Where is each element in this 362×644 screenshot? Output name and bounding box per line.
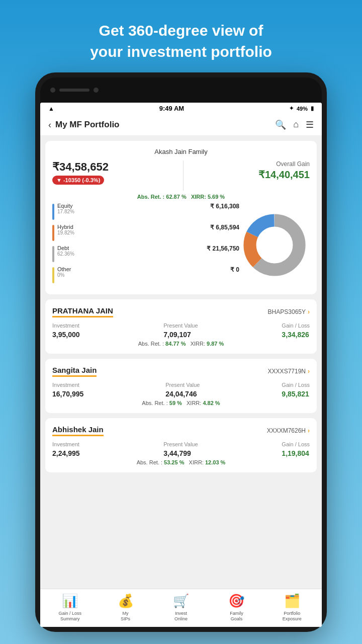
person-pan[interactable]: BHAPS3065Y › xyxy=(268,308,310,315)
present-value-col: Present Value 3,44,799 xyxy=(163,441,198,457)
battery-icon: ▮ xyxy=(311,105,314,112)
legend-item-equity: Equity 17.82% ₹ 6,16,308 xyxy=(52,203,239,220)
bottom-nav-icon-gain-loss: 📊 xyxy=(62,593,78,609)
phone-screen: ▲ 9:49 AM ✦ 49% ▮ ‹ My MF Portfolio 🔍 ⌂ … xyxy=(40,103,322,627)
legend-color xyxy=(52,267,54,283)
gain-loss-col: Gain / Loss 3,34,826 xyxy=(282,323,310,339)
legend-amount: ₹ 0 xyxy=(226,266,239,273)
person-pan[interactable]: XXXXS7719N › xyxy=(268,368,310,375)
legend-color xyxy=(52,246,54,262)
gain-loss-col: Gain / Loss 9,85,821 xyxy=(282,382,310,398)
phone-frame: ▲ 9:49 AM ✦ 49% ▮ ‹ My MF Portfolio 🔍 ⌂ … xyxy=(35,72,327,632)
present-value-col: Present Value 7,09,107 xyxy=(163,323,198,339)
person-name: PRATHANA JAIN xyxy=(52,306,113,317)
portfolio-donut xyxy=(239,210,310,280)
legend-color xyxy=(52,225,54,241)
svg-point-3 xyxy=(259,229,290,261)
person-metrics: Investment 2,24,995 Present Value 3,44,7… xyxy=(52,441,310,457)
main-content: Akash Jain Family ₹34,58,652 ▼ -10350 (-… xyxy=(40,136,322,589)
bottom-nav-label-my-sips: MySIPs xyxy=(121,611,130,622)
nav-bar: ‹ My MF Portfolio 🔍 ⌂ ☰ xyxy=(40,114,322,136)
bottom-nav-family[interactable]: 🎯 FamilyGoals xyxy=(209,593,264,622)
person-name: Abhishek Jain xyxy=(52,425,104,436)
person-returns: Abs. Ret. : 53.25 % XIRR: 12.03 % xyxy=(52,459,310,465)
headline-line2: your investment portfolio xyxy=(90,43,272,60)
menu-icon[interactable]: ☰ xyxy=(306,119,314,130)
legend-amount: ₹ 6,85,594 xyxy=(206,224,239,231)
investment-col: Investment 3,95,000 xyxy=(52,323,80,339)
bottom-nav-icon-portfolio: 🗂️ xyxy=(284,593,300,609)
page-title: My MF Portfolio xyxy=(55,120,119,130)
bottom-nav-my-sips[interactable]: 💰 MySIPs xyxy=(98,593,153,622)
portfolio-legend: Equity 17.82% ₹ 6,16,308 Hybrid 19.82% ₹… xyxy=(52,203,239,287)
person-name: Sangita Jain xyxy=(52,366,97,377)
bottom-nav: 📊 Gain / LossSummary 💰 MySIPs 🛒 InvestOn… xyxy=(40,589,322,627)
header-headline: Get 360-degree view of your investment p… xyxy=(70,0,292,72)
portfolio-card: Akash Jain Family ₹34,58,652 ▼ -10350 (-… xyxy=(45,141,317,294)
person-metrics: Investment 16,70,995 Present Value 24,04… xyxy=(52,382,310,398)
bottom-nav-icon-invest: 🛒 xyxy=(173,593,189,609)
person-metrics: Investment 3,95,000 Present Value 7,09,1… xyxy=(52,323,310,339)
bottom-nav-label-invest: InvestOnline xyxy=(174,611,188,622)
bottom-nav-icon-family: 🎯 xyxy=(228,593,244,609)
bottom-nav-label-gain-loss: Gain / LossSummary xyxy=(58,611,81,622)
phone-notch xyxy=(40,77,322,103)
portfolio-returns: Abs. Ret. : 62.87 % XIRR: 5.69 % xyxy=(52,194,310,200)
bottom-nav-portfolio[interactable]: 🗂️ PortfolioExposure xyxy=(264,593,320,622)
battery-percent: 49% xyxy=(297,106,308,112)
status-bar: ▲ 9:49 AM ✦ 49% ▮ xyxy=(40,103,322,114)
search-icon[interactable]: 🔍 xyxy=(275,119,286,130)
wifi-icon: ▲ xyxy=(48,105,54,112)
person-header: PRATHANA JAIN BHAPS3065Y › xyxy=(52,306,310,317)
bottom-nav-icon-my-sips: 💰 xyxy=(118,593,134,609)
legend-item-debt: Debt 62.36% ₹ 21,56,750 xyxy=(52,245,239,262)
person-card-1: Sangita Jain XXXXS7719N › Investment 16,… xyxy=(45,359,317,413)
back-button[interactable]: ‹ xyxy=(48,120,51,130)
bottom-nav-gain-loss[interactable]: 📊 Gain / LossSummary xyxy=(42,593,98,622)
present-value-col: Present Value 24,04,746 xyxy=(165,382,200,398)
person-card-2: Abhishek Jain XXXXM7626H › Investment 2,… xyxy=(45,418,317,472)
legend-amount: ₹ 21,56,750 xyxy=(203,245,239,252)
gain-loss-col: Gain / Loss 1,19,804 xyxy=(282,441,310,457)
bottom-nav-label-portfolio: PortfolioExposure xyxy=(283,611,302,622)
family-name: Akash Jain Family xyxy=(52,148,310,155)
portfolio-total-value: ₹34,58,652 xyxy=(52,160,109,174)
investment-col: Investment 2,24,995 xyxy=(52,441,80,457)
headline-line1: Get 360-degree view of xyxy=(99,22,263,39)
legend-item-other: Other 0% ₹ 0 xyxy=(52,266,239,283)
home-icon[interactable]: ⌂ xyxy=(293,119,299,130)
legend-item-hybrid: Hybrid 19.82% ₹ 6,85,594 xyxy=(52,224,239,241)
person-header: Abhishek Jain XXXXM7626H › xyxy=(52,425,310,436)
investment-col: Investment 16,70,995 xyxy=(52,382,83,398)
bluetooth-icon: ✦ xyxy=(289,105,294,112)
overall-gain-label: Overall Gain xyxy=(258,160,310,168)
overall-gain-value: ₹14,40,451 xyxy=(258,169,310,181)
status-time: 9:49 AM xyxy=(159,105,184,112)
person-returns: Abs. Ret. : 59 % XIRR: 4.82 % xyxy=(52,400,310,406)
person-header: Sangita Jain XXXXS7719N › xyxy=(52,366,310,377)
person-pan[interactable]: XXXXM7626H › xyxy=(267,427,310,434)
bottom-nav-invest[interactable]: 🛒 InvestOnline xyxy=(153,593,209,622)
legend-amount: ₹ 6,16,308 xyxy=(206,203,239,210)
person-returns: Abs. Ret. : 84.77 % XIRR: 9.87 % xyxy=(52,341,310,347)
person-card-0: PRATHANA JAIN BHAPS3065Y › Investment 3,… xyxy=(45,299,317,354)
bottom-nav-label-family: FamilyGoals xyxy=(230,611,243,622)
legend-color xyxy=(52,204,54,220)
portfolio-change: ▼ -10350 (-0.3%) xyxy=(52,176,104,185)
